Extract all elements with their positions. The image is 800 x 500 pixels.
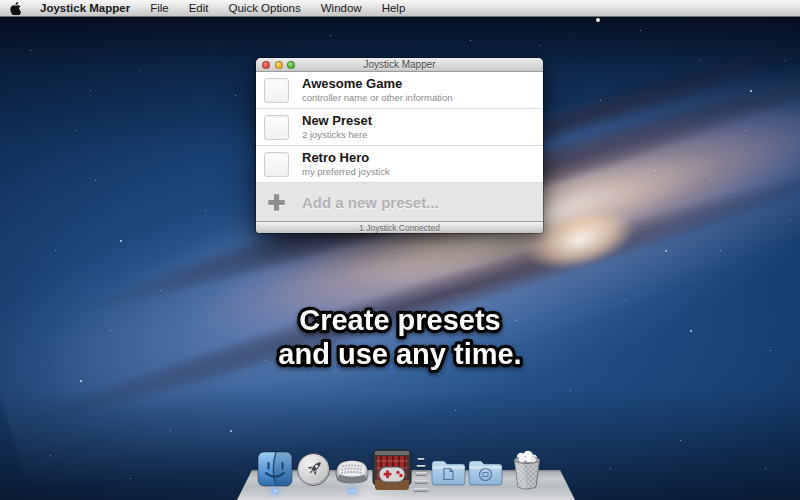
desktop: Joystick Mapper File Edit Quick Options … xyxy=(0,0,800,500)
keyboard-app-running-light xyxy=(348,489,356,493)
launchpad-icon[interactable] xyxy=(296,452,331,487)
preset-row-awesome-game[interactable]: Awesome Game controller name or other in… xyxy=(256,72,543,109)
preset-subtitle: 2 joysticks here xyxy=(302,130,372,140)
joystick-mapper-window: Joystick Mapper Awesome Game controller … xyxy=(256,58,543,233)
traffic-lights xyxy=(262,61,295,69)
preset-name: Retro Hero xyxy=(302,151,390,165)
keyboard-app-icon[interactable] xyxy=(333,453,371,487)
preset-icon-well xyxy=(264,115,289,140)
preset-subtitle: my preferred joystick xyxy=(302,167,390,177)
window-statusbar: 1 Joystick Connected xyxy=(256,221,543,233)
zoom-button[interactable] xyxy=(287,61,295,69)
window-titlebar[interactable]: Joystick Mapper xyxy=(256,58,543,72)
preset-name: New Preset xyxy=(302,114,372,128)
preset-icon-well xyxy=(264,78,289,103)
close-button[interactable] xyxy=(262,61,270,69)
joystick-connected-status: 1 Joystick Connected xyxy=(359,223,440,233)
add-preset-label: Add a new preset... xyxy=(302,194,439,211)
trash-icon[interactable] xyxy=(508,449,546,491)
finder-running-light xyxy=(271,489,279,493)
add-preset-row[interactable]: Add a new preset... xyxy=(256,183,543,221)
minimize-button[interactable] xyxy=(275,61,283,69)
joystick-mapper-icon[interactable] xyxy=(371,448,413,492)
preset-subtitle: controller name or other information xyxy=(302,93,453,103)
documents-folder-icon[interactable] xyxy=(430,456,467,487)
dock-separator xyxy=(414,456,428,490)
apple-menu[interactable] xyxy=(10,0,30,16)
apple-icon xyxy=(10,2,21,15)
menu-window[interactable]: Window xyxy=(311,2,372,14)
menubar-app-name[interactable]: Joystick Mapper xyxy=(30,2,140,14)
caption-line1: Create presets xyxy=(299,304,501,336)
menu-file[interactable]: File xyxy=(140,2,179,14)
preset-row-new-preset[interactable]: New Preset 2 joysticks here xyxy=(256,109,543,146)
menu-quick-options[interactable]: Quick Options xyxy=(218,2,310,14)
caption-line2: and use any time. xyxy=(278,338,521,370)
downloads-folder-icon[interactable] xyxy=(467,456,504,487)
preset-name: Awesome Game xyxy=(302,77,453,91)
preset-row-retro-hero[interactable]: Retro Hero my preferred joystick xyxy=(256,146,543,183)
menu-help[interactable]: Help xyxy=(372,2,416,14)
finder-icon[interactable] xyxy=(257,451,293,487)
plus-icon xyxy=(264,193,289,212)
window-title: Joystick Mapper xyxy=(363,59,435,70)
caption-overlay: Create presets and use any time. xyxy=(190,294,610,379)
preset-icon-well xyxy=(264,152,289,177)
menu-bar: Joystick Mapper File Edit Quick Options … xyxy=(0,0,800,17)
menu-edit[interactable]: Edit xyxy=(179,2,219,14)
